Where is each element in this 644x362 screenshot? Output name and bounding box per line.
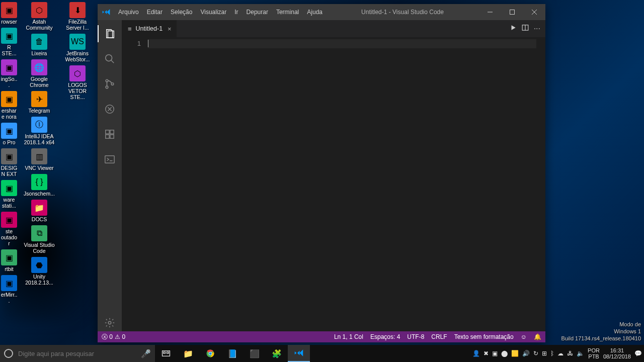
desktop-icon[interactable]: ▣ingSo... (0, 58, 18, 89)
desktop-icon[interactable]: WSJetBrains WebStor... (60, 33, 95, 63)
editor-content[interactable] (147, 37, 536, 331)
desktop-icon[interactable]: ▣ware stati... (0, 179, 18, 210)
desktop-icon[interactable]: 🌐Google Chrome (22, 58, 56, 89)
desktop-icon[interactable]: ⒾIntelliJ IDEA 2018.1.4 x64 (22, 116, 56, 146)
vscode-window: ArquivoEditarSeleçãoVisualizarIrDepurarT… (98, 4, 545, 342)
system-tray: 👤 ✖ ▣ ⬤ 🟨 🔊 ↻ ⊞ ᛒ ☁ 🖧 🔈 PORPTB 16:3108/1… (472, 345, 644, 362)
tray-icon[interactable]: 👤 (472, 350, 480, 357)
status-errors[interactable]: ⓧ 0 (102, 333, 113, 341)
desktop-icon[interactable]: ⧉Visual Studio Code (22, 224, 56, 255)
file-explorer-icon[interactable]: 📁 (177, 345, 199, 362)
tab-label: Untitled-1 (136, 25, 163, 32)
status-warnings[interactable]: ⚠ 0 (115, 333, 125, 340)
tray-icon[interactable]: ✖ (484, 350, 489, 357)
task-view-icon[interactable] (155, 345, 177, 362)
menu-ir[interactable]: Ir (231, 7, 242, 18)
vertical-scrollbar[interactable] (540, 37, 545, 331)
status-bell-icon[interactable]: 🔔 (534, 333, 541, 340)
powershell-icon[interactable] (98, 151, 122, 168)
desktop-icon[interactable]: ▣o Pro (0, 122, 18, 146)
desktop-icon-label: Google Chrome (23, 76, 56, 88)
desktop-icon[interactable]: ▣ste outador (0, 211, 18, 247)
desktop-icon[interactable]: 🗑Lixeira (22, 33, 56, 57)
desktop-icon[interactable]: ✈Telegram (22, 90, 56, 115)
menu-visualizar[interactable]: Visualizar (197, 7, 230, 18)
more-icon[interactable]: ··· (534, 24, 540, 33)
close-tab-icon[interactable]: × (167, 25, 173, 33)
menu-editar[interactable]: Editar (143, 7, 166, 18)
titlebar[interactable]: ArquivoEditarSeleçãoVisualizarIrDepurarT… (98, 4, 545, 20)
svg-point-2 (106, 79, 108, 82)
svg-point-3 (106, 86, 108, 88)
desktop-icon[interactable]: ⬣Unity 2018.2.13... (22, 256, 56, 287)
taskbar-app-icon[interactable]: 🧩 (266, 345, 288, 362)
run-icon[interactable] (510, 24, 517, 33)
desktop-icon-label: Astah Community (23, 19, 56, 31)
desktop-icon[interactable]: ▣DESIGN EXT (0, 147, 18, 178)
desktop-icon-label: ershare nora (1, 108, 18, 120)
tray-icon[interactable]: 🔊 (522, 350, 530, 357)
menu-ajuda[interactable]: Ajuda (303, 7, 326, 18)
network-icon[interactable]: 🖧 (567, 350, 573, 357)
desktop-icon[interactable]: 📁DOCS (22, 199, 56, 223)
minimize-button[interactable] (479, 4, 501, 20)
search-icon[interactable] (98, 50, 122, 67)
cortana-icon[interactable] (4, 349, 13, 358)
menu-seleção[interactable]: Seleção (167, 7, 196, 18)
bluetooth-icon[interactable]: ᛒ (550, 350, 554, 357)
tray-icon[interactable]: ☁ (557, 350, 564, 357)
desktop-icon[interactable]: ▣erMirr... (0, 274, 18, 305)
desktop-icon[interactable]: ▣R STE... (0, 27, 18, 57)
svg-point-4 (111, 83, 114, 85)
desktop-icon[interactable]: ▣ershare nora (0, 90, 18, 121)
desktop-icon[interactable]: ▣rowser (0, 1, 18, 26)
status-language[interactable]: Texto sem formatação (454, 333, 514, 340)
menu-terminal[interactable]: Terminal (273, 7, 302, 18)
search-input[interactable] (18, 350, 136, 357)
line-number: 1 (122, 39, 141, 48)
desktop-icon-label: Lixeira (32, 50, 47, 56)
desktop-icon[interactable]: { }Jsonschem... (22, 173, 56, 198)
tray-icon[interactable]: 🟨 (511, 350, 519, 357)
menu-arquivo[interactable]: Arquivo (115, 7, 142, 18)
status-eol[interactable]: CRLF (431, 333, 447, 340)
desktop-icon-label: o Pro (3, 139, 15, 145)
tray-icon[interactable]: ⬤ (501, 350, 508, 357)
notifications-icon[interactable]: 💬 (634, 350, 642, 357)
status-feedback-icon[interactable]: ☺ (521, 333, 527, 340)
editor-group: ≡ Untitled-1 × ··· 1 (122, 20, 545, 331)
desktop-icon[interactable]: ⬡LOGOS VETOR STE... (60, 64, 95, 101)
minimap[interactable] (536, 37, 540, 331)
split-editor-icon[interactable] (522, 24, 529, 33)
mic-icon[interactable]: 🎤 (141, 349, 151, 358)
desktop-icon[interactable]: ⬇FileZilla Server I... (60, 1, 95, 32)
status-line-col[interactable]: Ln 1, 1 Col (334, 333, 363, 340)
maximize-button[interactable] (501, 4, 523, 20)
debug-icon[interactable] (98, 101, 122, 118)
status-encoding[interactable]: UTF-8 (407, 333, 424, 340)
tab-untitled-1[interactable]: ≡ Untitled-1 × (122, 20, 177, 37)
menu-depurar[interactable]: Depurar (243, 7, 272, 18)
extensions-icon[interactable] (98, 126, 122, 143)
editor[interactable]: 1 (122, 37, 545, 331)
taskbar-app-icon[interactable]: 📘 (221, 345, 244, 362)
svg-point-1 (106, 55, 112, 61)
clock[interactable]: 16:3108/12/2018 (603, 347, 631, 359)
search-box[interactable]: 🎤 (0, 345, 155, 362)
desktop-icon[interactable]: ▥VNC Viewer (22, 147, 56, 172)
source-control-icon[interactable] (98, 75, 122, 93)
tray-icon[interactable]: ▣ (492, 350, 498, 357)
desktop-icon[interactable]: ⬡Astah Community (22, 1, 56, 32)
chrome-icon[interactable] (199, 345, 221, 362)
desktop-icon[interactable]: ▣rtbit (0, 248, 18, 273)
vscode-taskbar-icon[interactable] (288, 345, 310, 362)
tray-icon[interactable]: ↻ (533, 350, 538, 357)
status-indent[interactable]: Espaços: 4 (370, 333, 400, 340)
explorer-icon[interactable] (98, 25, 122, 42)
volume-icon[interactable]: 🔈 (577, 350, 584, 357)
taskbar-app-icon[interactable]: ⬛ (244, 345, 266, 362)
settings-gear-icon[interactable] (98, 314, 122, 331)
close-button[interactable] (523, 4, 545, 20)
language-indicator[interactable]: PORPTB (588, 347, 600, 359)
tray-icon[interactable]: ⊞ (542, 350, 547, 357)
